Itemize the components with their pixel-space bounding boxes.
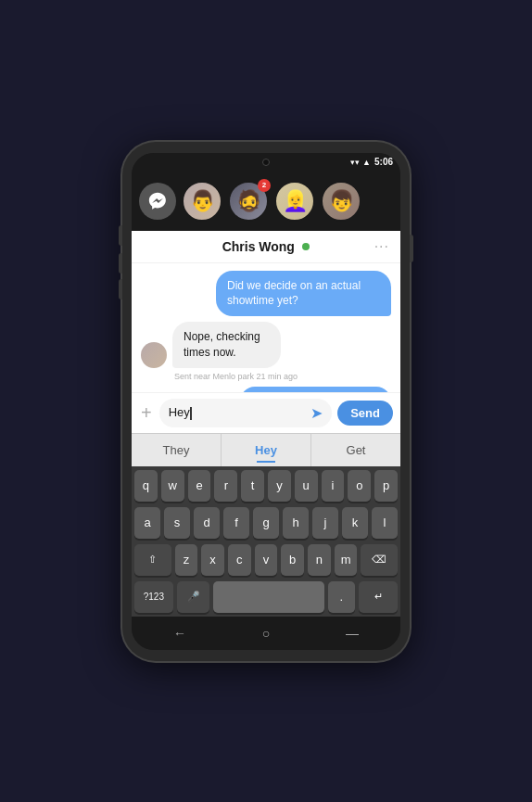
- wifi-icon: ▾▾: [350, 158, 360, 167]
- key-d[interactable]: d: [194, 507, 220, 539]
- volume-down-button: [119, 253, 122, 274]
- key-v[interactable]: v: [255, 544, 278, 576]
- key-b[interactable]: b: [281, 544, 304, 576]
- key-g[interactable]: g: [253, 507, 279, 539]
- space-key[interactable]: [213, 581, 323, 613]
- chat-title: Chris Wong: [222, 238, 310, 255]
- bottom-nav: ← ○ —: [132, 617, 400, 650]
- key-a[interactable]: a: [134, 507, 160, 539]
- key-i[interactable]: i: [322, 470, 345, 502]
- key-x[interactable]: x: [201, 544, 224, 576]
- sent-bubble: Did we decide on an actual showtime yet?: [216, 271, 391, 317]
- messenger-icon[interactable]: [139, 183, 176, 220]
- mic-key[interactable]: 🎤: [177, 581, 210, 613]
- power-button: [410, 235, 413, 262]
- messages-area: Did we decide on an actual showtime yet?…: [132, 263, 400, 392]
- key-z[interactable]: z: [175, 544, 198, 576]
- phone-screen: ▾▾ ▲ 5:06 👨 🧔: [132, 153, 400, 650]
- key-o[interactable]: o: [348, 470, 371, 502]
- key-s[interactable]: s: [164, 507, 190, 539]
- enter-key[interactable]: ↵: [359, 581, 398, 613]
- person4-avatar: 👦: [321, 181, 361, 222]
- status-time: 5:06: [374, 157, 393, 167]
- shift-key[interactable]: ⇧: [134, 544, 171, 576]
- keyboard-row-3: ⇧ z x c v b n m ⌫: [134, 544, 398, 576]
- input-text: Hey: [169, 405, 190, 419]
- avatar-person4[interactable]: 👦: [321, 181, 361, 222]
- key-n[interactable]: n: [308, 544, 331, 576]
- phone-device: ▾▾ ▲ 5:06 👨 🧔: [122, 142, 410, 661]
- avatar-chris[interactable]: 👨: [182, 181, 222, 222]
- chat-header: Chris Wong ···: [132, 231, 400, 263]
- backspace-key[interactable]: ⌫: [361, 544, 398, 576]
- plus-button[interactable]: +: [139, 401, 154, 426]
- key-l[interactable]: l: [372, 507, 398, 539]
- more-options[interactable]: ···: [374, 238, 389, 255]
- autocomplete-item-hey[interactable]: Hey: [222, 434, 311, 466]
- sender-avatar: [141, 342, 167, 368]
- avatar-person3[interactable]: 👱‍♀️: [274, 181, 315, 222]
- autocomplete-item-get[interactable]: Get: [311, 434, 400, 466]
- chris-avatar: 👨: [182, 181, 222, 222]
- home-button[interactable]: ○: [251, 622, 281, 644]
- key-e[interactable]: e: [188, 470, 211, 502]
- autocomplete-bar: They Hey Get: [132, 433, 400, 466]
- back-button[interactable]: ←: [162, 622, 197, 644]
- volume-up-button: [119, 225, 122, 246]
- camera-dot: [262, 159, 270, 166]
- notification-badge: 2: [258, 179, 271, 192]
- received-bubble: Nope, checking times now.: [172, 322, 281, 368]
- status-icons: ▾▾ ▲: [350, 158, 371, 167]
- keyboard-row-1: q w e r t y u i o p: [134, 470, 398, 502]
- text-cursor: [190, 407, 192, 420]
- autocomplete-label: Get: [347, 443, 366, 457]
- table-row: Nope, checking times now.: [141, 322, 391, 368]
- key-u[interactable]: u: [295, 470, 318, 502]
- send-arrow-icon[interactable]: ➤: [310, 404, 323, 422]
- volume-down-button2: [119, 279, 122, 299]
- key-p[interactable]: p: [374, 470, 398, 502]
- key-h[interactable]: h: [283, 507, 309, 539]
- autocomplete-label-highlighted: Hey: [255, 443, 277, 457]
- signal-icon: ▲: [362, 158, 371, 167]
- table-row: Did we decide on an actual showtime yet?: [141, 271, 391, 317]
- key-j[interactable]: j: [312, 507, 338, 539]
- key-r[interactable]: r: [214, 470, 237, 502]
- message-meta: Sent near Menlo park 21 min ago: [174, 372, 391, 381]
- keyboard-row-2: a s d f g h j k l: [134, 507, 398, 539]
- input-area: + Hey ➤ Send: [132, 392, 400, 433]
- key-k[interactable]: k: [342, 507, 368, 539]
- key-y[interactable]: y: [268, 470, 291, 502]
- chat-screen: Chris Wong ··· Did we decide on an actua…: [132, 231, 400, 617]
- autocomplete-label: They: [163, 443, 190, 457]
- key-q[interactable]: q: [134, 470, 158, 502]
- chat-heads-bar: 👨 🧔 2 👱‍♀️ 👦: [132, 172, 400, 231]
- key-f[interactable]: f: [223, 507, 249, 539]
- key-w[interactable]: w: [161, 470, 184, 502]
- keyboard: q w e r t y u i o p a s d f g: [132, 466, 400, 617]
- key-t[interactable]: t: [241, 470, 264, 502]
- contact-name: Chris Wong: [222, 239, 295, 254]
- period-key[interactable]: .: [328, 581, 356, 613]
- key-c[interactable]: c: [228, 544, 251, 576]
- message-input-wrapper[interactable]: Hey ➤: [159, 399, 333, 427]
- num-key[interactable]: ?123: [134, 581, 173, 613]
- send-button[interactable]: Send: [337, 401, 393, 426]
- online-indicator: [302, 243, 310, 250]
- keyboard-row-4: ?123 🎤 . ↵: [134, 581, 398, 613]
- key-m[interactable]: m: [335, 544, 358, 576]
- recent-button[interactable]: —: [335, 622, 370, 644]
- autocomplete-item-they[interactable]: They: [132, 434, 222, 466]
- message-input[interactable]: Hey: [169, 405, 308, 420]
- person3-avatar: 👱‍♀️: [274, 181, 315, 222]
- avatar-person2[interactable]: 🧔 2: [228, 181, 269, 222]
